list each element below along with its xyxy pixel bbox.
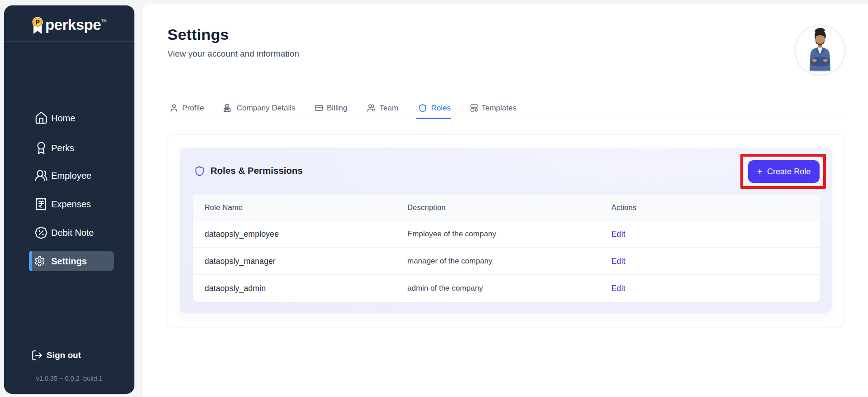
svg-text:P: P [35, 19, 40, 26]
